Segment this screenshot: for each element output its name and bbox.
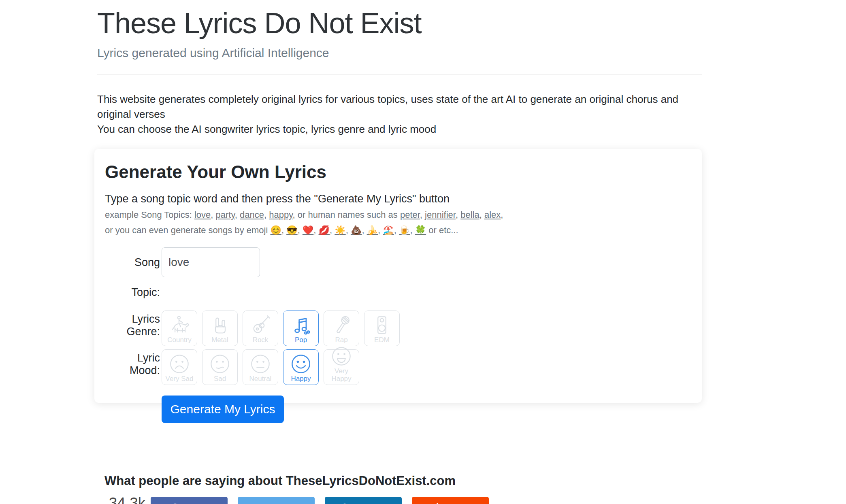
genre-button-country[interactable]: Country: [162, 310, 197, 346]
card-heading: Generate Your Own Lyrics: [105, 162, 691, 182]
emoji-link[interactable]: 😊: [270, 225, 281, 235]
mood-label-very-sad: Very Sad: [166, 375, 194, 383]
emoji-link[interactable]: 🍺: [399, 225, 410, 235]
emoji-link[interactable]: ☀️: [335, 225, 345, 235]
generator-form: Song Topic: Lyrics Genre: Country: [105, 247, 691, 423]
example-text: example Song Topics:: [105, 210, 194, 220]
footer-heading: What people are saying about TheseLyrics…: [104, 474, 846, 488]
mood-button-happy[interactable]: Happy: [283, 349, 319, 385]
share-count: 34.3k: [104, 495, 150, 504]
genre-button-rap[interactable]: Rap: [324, 310, 359, 346]
twitter-tweet-button[interactable]: Tweet: [238, 497, 315, 504]
reddit-alien-icon: [428, 501, 443, 504]
very-happy-face-icon: [331, 346, 352, 367]
rock-icon: [250, 315, 271, 336]
emoji-link[interactable]: 💩: [351, 225, 362, 235]
emoji-link[interactable]: 🏖️: [383, 225, 394, 235]
genre-label-metal: Metal: [211, 336, 228, 344]
mood-button-very-happy[interactable]: Very Happy: [324, 349, 359, 385]
linkedin-share-label: Share: [356, 503, 399, 504]
example-text: ,: [378, 225, 383, 235]
topic-link[interactable]: peter: [400, 210, 420, 220]
topic-link[interactable]: alex: [484, 210, 501, 220]
mood-button-very-sad[interactable]: Very Sad: [162, 349, 197, 385]
facebook-icon: f: [167, 501, 181, 504]
twitter-tweet-label: Tweet: [269, 503, 312, 504]
topic-link[interactable]: jennifier: [425, 210, 456, 220]
example-text: ,: [211, 210, 215, 220]
example-text: ,: [281, 225, 286, 235]
topic-link[interactable]: happy: [269, 210, 292, 220]
song-topic-input[interactable]: [162, 247, 260, 277]
share-row: 34.3k Shares f Share Tweet in Share: [104, 495, 846, 504]
description-line-1: This website generates completely origin…: [97, 92, 702, 122]
divider: [97, 74, 702, 75]
example-text: ,: [394, 225, 399, 235]
example-text: ,: [313, 225, 318, 235]
example-text: or you can even generate songs by emoji: [105, 225, 270, 235]
rap-icon: [331, 315, 352, 336]
card-instruction: Type a song topic word and then press th…: [105, 193, 691, 205]
neutral-face-icon: [250, 353, 271, 374]
genre-label-country: Country: [167, 336, 192, 344]
description-line-2: You can choose the AI songwriter lyrics …: [97, 122, 702, 137]
example-text: , or human names such as: [293, 210, 400, 220]
mood-label-sad: Sad: [214, 375, 226, 383]
topic-link[interactable]: bella: [460, 210, 479, 220]
example-topics-line: example Song Topics: love, party, dance,…: [105, 209, 691, 221]
edm-icon: [371, 315, 392, 336]
reddit-share-label: Share: [443, 503, 486, 504]
song-topic-row: Song Topic:: [105, 247, 691, 307]
genre-button-edm[interactable]: EDM: [364, 310, 400, 346]
metal-icon: [209, 315, 230, 336]
example-text: ,: [346, 225, 351, 235]
topic-link[interactable]: love: [194, 210, 211, 220]
page-title: These Lyrics Do Not Exist: [97, 0, 702, 40]
genre-label-pop: Pop: [295, 336, 307, 344]
country-icon: [169, 315, 190, 336]
share-counter: 34.3k Shares: [104, 495, 150, 504]
example-text: ,: [298, 225, 303, 235]
example-text: ,: [410, 225, 415, 235]
emoji-link[interactable]: 🍌: [367, 225, 378, 235]
example-text: ,: [420, 210, 425, 220]
example-text: ,: [235, 210, 240, 220]
example-text: ,: [456, 210, 460, 220]
linkedin-share-button[interactable]: in Share: [325, 497, 402, 504]
mood-button-sad[interactable]: Sad: [202, 349, 238, 385]
generate-my-lyrics-button[interactable]: Generate My Lyrics: [162, 396, 284, 423]
lyric-mood-label: Lyric Mood:: [105, 349, 160, 385]
very-sad-face-icon: [169, 353, 190, 374]
pop-icon: [290, 315, 311, 336]
linkedin-icon: in: [341, 501, 356, 504]
example-text: ,: [362, 225, 367, 235]
topic-link[interactable]: party: [216, 210, 235, 220]
reddit-share-button[interactable]: Share: [412, 497, 489, 504]
mood-button-neutral[interactable]: Neutral: [243, 349, 278, 385]
genre-button-rock[interactable]: Rock: [243, 310, 278, 346]
song-topic-label: Song Topic:: [105, 247, 160, 307]
example-emoji-line: or you can even generate songs by emoji …: [105, 225, 691, 236]
footer-section: What people are saying about TheseLyrics…: [104, 474, 846, 504]
mood-label-neutral: Neutral: [249, 375, 272, 383]
emoji-link[interactable]: 💋: [319, 225, 330, 235]
emoji-link[interactable]: 🍀: [415, 225, 426, 235]
emoji-link[interactable]: ❤️: [303, 225, 313, 235]
sad-face-icon: [209, 353, 230, 374]
page-content: These Lyrics Do Not Exist Lyrics generat…: [97, 0, 702, 137]
happy-face-icon: [290, 353, 311, 374]
genre-label-edm: EDM: [374, 336, 390, 344]
example-text: ,: [330, 225, 335, 235]
lyrics-genre-label: Lyrics Genre:: [105, 310, 160, 346]
mood-label-very-happy: Very Happy: [326, 367, 356, 383]
lyrics-genre-row: Lyrics Genre: Country: [105, 310, 691, 346]
genre-label-rap: Rap: [335, 336, 347, 344]
facebook-share-button[interactable]: f Share: [151, 497, 228, 504]
genre-button-pop[interactable]: Pop: [283, 310, 319, 346]
twitter-bird-icon: [254, 501, 269, 504]
topic-link[interactable]: dance: [240, 210, 264, 220]
example-text: or etc...: [426, 225, 458, 235]
page-subtitle: Lyrics generated using Artificial Intell…: [97, 46, 702, 60]
genre-button-metal[interactable]: Metal: [202, 310, 238, 346]
emoji-link[interactable]: 😎: [286, 225, 297, 235]
